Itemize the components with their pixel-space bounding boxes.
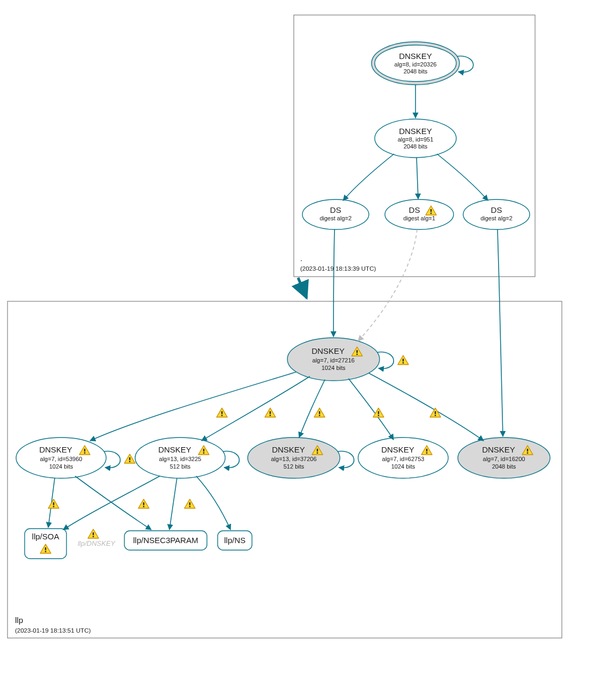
node-title: DNSKEY	[311, 346, 345, 355]
rrset-label: llp/NSEC3PARAM	[133, 536, 198, 545]
node-sub1: alg=8, id=951	[398, 136, 434, 143]
node-title: DS	[409, 205, 420, 214]
warning-icon	[138, 499, 149, 508]
rrset-nsec3param: llp/NSEC3PARAM	[124, 531, 207, 550]
edge-rootzsk-dsmid	[417, 158, 418, 199]
rrset-label: llp/SOA	[32, 532, 60, 541]
warning-icon	[184, 499, 195, 508]
edge-llpksk-53960	[90, 372, 296, 441]
node-ds-left: DS digest alg=2	[302, 199, 369, 229]
node-dnskey-llp-3225: DNSKEY alg=13, id=3225 512 bits	[135, 437, 225, 478]
edge-3225-nsec3	[169, 478, 177, 530]
node-title: DNSKEY	[399, 127, 432, 136]
rrset-ns: llp/NS	[218, 531, 252, 550]
edge-53960-nsec3	[75, 476, 151, 530]
node-title: DNSKEY	[272, 445, 305, 454]
node-sub1: digest alg=2	[320, 215, 352, 221]
node-dnskey-llp-ksk: DNSKEY alg=7, id=27216 1024 bits	[287, 338, 380, 381]
warning-icon	[217, 408, 227, 417]
edge-3225-ns	[196, 476, 231, 530]
edge-dsright-llp16200	[498, 229, 503, 436]
edge-rootzsk-dsright	[437, 154, 488, 201]
node-title: DNSKEY	[482, 445, 515, 454]
node-ds-mid: DS digest alg=1	[385, 199, 454, 229]
node-sub2: 512 bits	[170, 463, 191, 470]
warning-icon	[88, 529, 99, 538]
node-dnskey-llp-53960: DNSKEY alg=7, id=53960 1024 bits	[16, 437, 106, 478]
node-sub1: digest alg=1	[403, 215, 435, 221]
node-sub1: alg=13, id=3225	[159, 456, 202, 462]
node-dnskey-llp-37206: DNSKEY alg=13, id=37206 512 bits	[248, 437, 340, 478]
node-sub1: alg=7, id=27216	[313, 357, 355, 364]
node-dnskey-llp-16200: DNSKEY alg=7, id=16200 2048 bits	[458, 437, 550, 478]
edge-self-llp-37206	[338, 451, 354, 468]
node-dnskey-llp-62753: DNSKEY alg=7, id=62753 1024 bits	[358, 437, 448, 478]
edge-dsmid-llpksk	[358, 229, 417, 341]
node-sub2: 1024 bits	[322, 365, 346, 371]
edge-llpksk-37206	[299, 380, 325, 437]
node-sub1: alg=7, id=53960	[40, 456, 83, 462]
node-dnskey-root-zsk: DNSKEY alg=8, id=951 2048 bits	[375, 119, 456, 158]
zone-llp-timestamp: (2023-01-19 18:13:51 UTC)	[15, 627, 91, 634]
warning-icon	[124, 454, 135, 463]
node-sub2: 2048 bits	[492, 463, 516, 470]
node-ds-right: DS digest alg=2	[463, 199, 530, 229]
rrset-label: llp/NS	[224, 536, 246, 545]
svg-point-7	[463, 199, 530, 229]
edge-delegation-root-llp	[298, 278, 307, 298]
rrset-soa: llp/SOA	[25, 529, 66, 559]
edge-llpksk-3225	[202, 376, 310, 441]
zone-root-timestamp: (2023-01-19 18:13:39 UTC)	[300, 265, 376, 272]
node-sub2: 2048 bits	[404, 143, 428, 150]
edge-rootzsk-dsleft	[343, 154, 394, 201]
node-sub2: 2048 bits	[404, 68, 428, 75]
node-title: DNSKEY	[158, 445, 191, 454]
node-title: DS	[491, 205, 502, 214]
edge-self-llp-53960	[104, 451, 120, 468]
node-sub2: 1024 bits	[391, 463, 415, 470]
node-sub1: alg=7, id=62753	[382, 456, 425, 462]
edge-llpksk-16200	[369, 373, 484, 441]
edge-self-llp-3225	[223, 451, 239, 468]
node-sub2: 512 bits	[284, 463, 305, 470]
edge-llpksk-62753	[348, 379, 394, 440]
warning-icon	[265, 408, 276, 417]
zone-root-label: .	[300, 254, 302, 263]
node-sub1: alg=8, id=20326	[395, 61, 437, 68]
warning-icon	[314, 408, 325, 417]
svg-point-6	[385, 199, 454, 229]
node-dnskey-root-ksk: DNSKEY alg=8, id=20326 2048 bits	[372, 42, 459, 85]
warning-icon	[48, 499, 59, 508]
node-sub1: alg=13, id=37206	[271, 456, 316, 462]
node-sub1: digest alg=2	[480, 215, 513, 221]
edge-dsleft-llpksk	[333, 229, 335, 337]
svg-point-5	[302, 199, 369, 229]
node-title: DS	[330, 205, 342, 214]
rrset-dnskey-ghost: llp/DNSKEY	[78, 539, 116, 547]
node-sub2: 1024 bits	[49, 463, 73, 470]
node-sub1: alg=7, id=16200	[483, 456, 525, 462]
node-title: DNSKEY	[39, 445, 72, 454]
node-title: DNSKEY	[381, 445, 414, 454]
warning-icon	[398, 355, 409, 365]
node-title: DNSKEY	[399, 51, 432, 61]
zone-llp-label: llp	[15, 615, 23, 625]
